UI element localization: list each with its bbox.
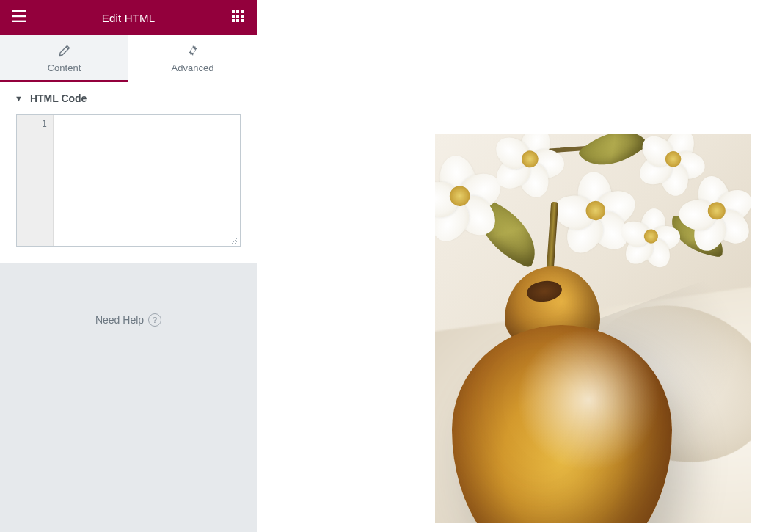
line-number: 1 (17, 117, 53, 131)
pencil-icon (59, 45, 70, 59)
help-link[interactable]: Need Help ? (95, 313, 161, 327)
caret-down-icon: ▼ (15, 94, 23, 103)
svg-rect-8 (241, 15, 244, 18)
apps-grid-icon (232, 10, 244, 25)
help-label: Need Help (95, 314, 144, 326)
code-textarea[interactable] (54, 115, 240, 246)
help-icon: ? (148, 313, 161, 327)
svg-rect-6 (232, 15, 235, 18)
preview-canvas[interactable] (257, 0, 763, 532)
code-gutter: 1 (17, 115, 54, 246)
menu-button[interactable] (9, 7, 29, 28)
svg-rect-4 (236, 10, 239, 13)
panel-footer: Need Help ? (0, 263, 257, 532)
section-body: 1 (0, 114, 257, 263)
section-html-code: ▼ HTML Code 1 (0, 82, 257, 263)
tab-label: Advanced (172, 62, 214, 73)
svg-rect-3 (232, 10, 235, 13)
section-toggle[interactable]: ▼ HTML Code (0, 82, 257, 114)
svg-rect-10 (236, 19, 239, 22)
svg-rect-9 (232, 19, 235, 22)
section-title: HTML Code (30, 92, 87, 104)
panel-header: Edit HTML (0, 0, 257, 35)
editor-panel: Edit HTML (0, 0, 257, 532)
widgets-button[interactable] (227, 7, 248, 28)
svg-rect-7 (236, 15, 239, 18)
tabs: Content Advanced (0, 35, 257, 82)
svg-rect-5 (241, 10, 244, 13)
panel-title: Edit HTML (102, 12, 156, 24)
tab-advanced[interactable]: Advanced (128, 35, 257, 82)
hamburger-icon (12, 10, 26, 25)
svg-rect-11 (241, 19, 244, 22)
svg-rect-0 (12, 10, 26, 12)
tab-content[interactable]: Content (0, 35, 128, 82)
html-code-editor[interactable]: 1 (16, 114, 241, 247)
svg-rect-1 (12, 15, 26, 17)
resize-handle[interactable] (231, 237, 238, 244)
preview-image (435, 134, 751, 523)
tab-label: Content (48, 62, 81, 73)
svg-rect-2 (12, 21, 26, 22)
svg-point-12 (191, 48, 194, 51)
gear-icon (187, 45, 199, 59)
